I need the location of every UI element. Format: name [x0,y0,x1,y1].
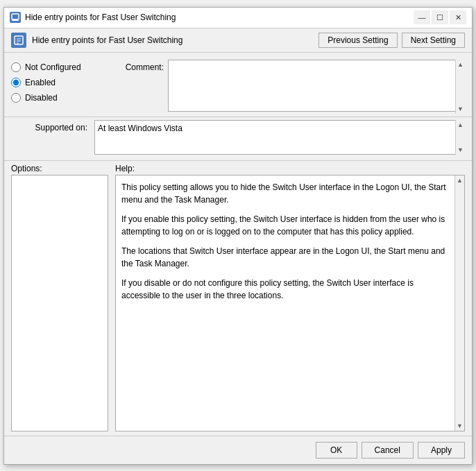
title-bar-left: Hide entry points for Fast User Switchin… [10,12,176,23]
not-configured-radio[interactable] [11,62,21,72]
panels-row: This policy setting allows you to hide t… [4,175,472,431]
window-icon [10,12,21,23]
help-paragraph-3: The locations that Switch User interface… [121,245,450,270]
supported-scrollbar[interactable]: ▲ ▼ [455,120,465,155]
header-bar: Hide entry points for Fast User Switchin… [4,28,472,53]
help-paragraph-2: If you enable this policy setting, the S… [121,213,450,238]
help-scroll-up[interactable]: ▲ [455,175,465,185]
window-title: Hide entry points for Fast User Switchin… [25,12,176,22]
next-setting-button[interactable]: Next Setting [402,33,465,48]
header-title: Hide entry points for Fast User Switchin… [32,35,182,45]
minimize-button[interactable]: — [414,10,430,24]
comment-input-wrapper: ▲ ▼ [168,60,465,114]
disabled-option[interactable]: Disabled [11,93,87,103]
help-section-label: Help: [115,164,465,173]
supported-value-wrapper: At least Windows Vista ▲ ▼ [94,120,465,155]
comment-textarea[interactable] [168,60,465,112]
supported-scroll-up[interactable]: ▲ [456,120,466,130]
main-window: Hide entry points for Fast User Switchin… [3,7,473,465]
help-scroll-down[interactable]: ▼ [455,421,465,431]
comment-field-row: Comment: ▲ ▼ [94,60,465,114]
options-help-labels: Options: Help: [4,161,472,175]
supported-scroll-down[interactable]: ▼ [456,145,466,155]
not-configured-option[interactable]: Not Configured [11,62,87,72]
disabled-label: Disabled [25,93,58,103]
svg-rect-0 [12,14,19,19]
cancel-button[interactable]: Cancel [362,442,414,459]
close-button[interactable]: ✕ [450,10,466,24]
help-panel: This policy setting allows you to hide t… [115,175,465,431]
supported-value-text: At least Windows Vista [98,123,182,133]
enabled-label: Enabled [25,78,56,87]
content-area: Not Configured Enabled Disabled Comment: [4,53,472,436]
previous-setting-button[interactable]: Previous Setting [318,33,397,48]
top-row: Not Configured Enabled Disabled Comment: [4,53,472,117]
options-section-label: Options: [11,164,108,173]
scroll-down-arrow[interactable]: ▼ [456,104,466,114]
title-bar: Hide entry points for Fast User Switchin… [4,8,472,28]
header-buttons: Previous Setting Next Setting [318,33,465,48]
supported-value-box: At least Windows Vista [94,120,465,155]
maximize-button[interactable]: ☐ [432,10,448,24]
comment-label: Comment: [94,60,164,72]
ok-button[interactable]: OK [316,442,357,459]
help-paragraph-1: This policy setting allows you to hide t… [121,181,450,206]
enabled-radio[interactable] [11,78,21,87]
options-panel [11,175,108,431]
policy-icon [11,33,26,48]
supported-row: Supported on: At least Windows Vista ▲ ▼ [4,117,472,161]
supported-label: Supported on: [11,120,87,132]
disabled-radio[interactable] [11,93,21,103]
help-text-container: This policy setting allows you to hide t… [116,175,464,431]
enabled-option[interactable]: Enabled [11,78,87,87]
svg-rect-2 [12,20,19,21]
comment-scrollbar[interactable]: ▲ ▼ [455,60,465,114]
header-left: Hide entry points for Fast User Switchin… [11,33,182,48]
apply-button[interactable]: Apply [418,442,465,459]
title-bar-controls: — ☐ ✕ [414,10,466,24]
help-paragraph-4: If you disable or do not configure this … [121,277,450,302]
not-configured-label: Not Configured [25,62,81,72]
help-scrollbar[interactable]: ▲ ▼ [454,175,464,431]
scroll-up-arrow[interactable]: ▲ [456,60,466,69]
footer: OK Cancel Apply [4,436,472,464]
radio-group: Not Configured Enabled Disabled [11,60,87,114]
